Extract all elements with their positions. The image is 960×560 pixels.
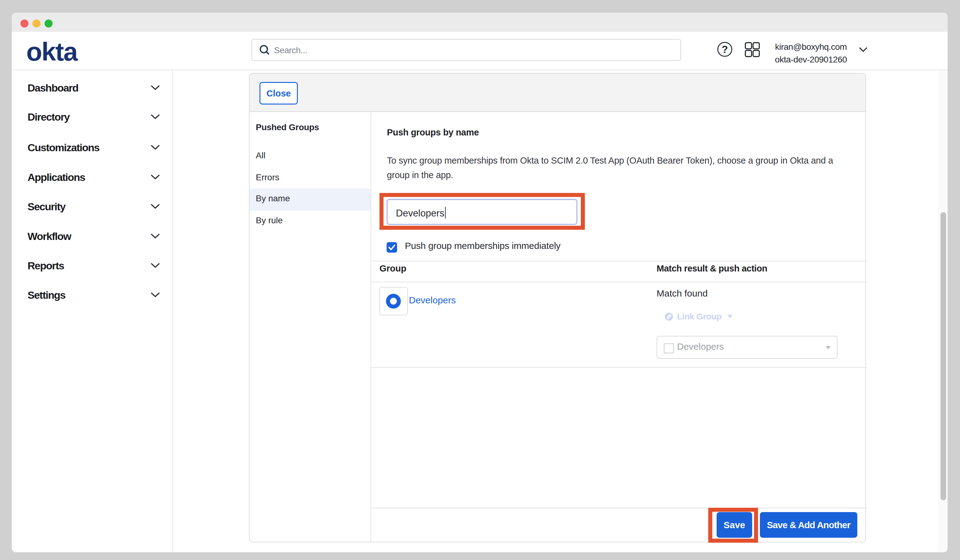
svg-text:?: ? bbox=[722, 43, 728, 55]
